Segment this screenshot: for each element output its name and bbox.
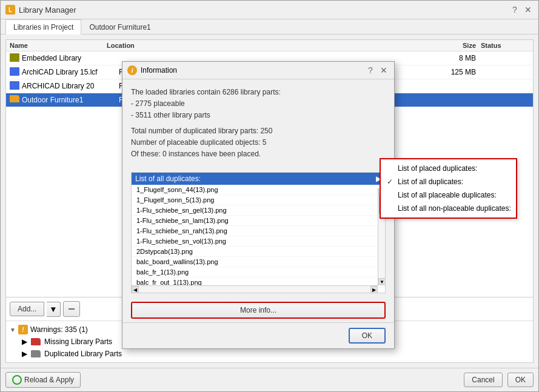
dialog-body: The loaded libraries contain 6286 librar… [122, 79, 394, 167]
list-item[interactable]: 1-Flu_schiebe_sn_gel(13).png [132, 205, 385, 216]
warning-icon: ! [18, 325, 28, 334]
h-scrollbar-track [139, 286, 370, 293]
scroll-right-arrow[interactable]: ▶ [370, 286, 378, 293]
add-button[interactable]: Add... [10, 302, 44, 316]
scroll-left-arrow[interactable]: ◀ [132, 286, 139, 293]
col-header-location: Location [107, 42, 438, 49]
remove-library-button[interactable] [63, 301, 80, 317]
list-item[interactable]: 1-Flu_schiebe_sn_lam(13).png [132, 216, 385, 226]
dialog-title-left: i Information [127, 65, 177, 75]
duplicated-label: Duplicated Library Parts [44, 350, 122, 358]
col-header-size: Size [438, 42, 481, 49]
col-header-name: Name [10, 42, 107, 49]
delete-icon [68, 305, 75, 313]
dropdown-popup: List of placed duplicates: ✓ List of all… [380, 158, 517, 219]
dialog-help-button[interactable]: ? [365, 65, 376, 76]
dropdown-item-placeable[interactable]: List of all placeable duplicates: [381, 188, 516, 202]
list-item[interactable]: balc_fr_1(13).png [132, 267, 385, 277]
dropdown-item-non-placeable[interactable]: List of all non-placeable duplicates: [381, 202, 516, 215]
list-item[interactable]: 1-Flu_schiebe_sn_vol(13).png [132, 236, 385, 247]
library-name-embedded: Embedded Library [22, 54, 119, 62]
bottom-bar: Reload & Apply Cancel OK [1, 368, 538, 391]
expand-icon: ▶ [22, 337, 27, 346]
dropdown-label-all: List of all duplicates: [398, 178, 463, 186]
help-button[interactable]: ? [509, 4, 520, 15]
more-info-row: More info... [122, 298, 394, 322]
dialog-close-button[interactable]: ✕ [378, 65, 389, 76]
dropdown-label-placed: List of placed duplicates: [398, 164, 477, 173]
library-name-archicad20: ARCHICAD Library 20 [22, 82, 119, 90]
dialog-line1: The loaded libraries contain 6286 librar… [131, 87, 386, 98]
archicad-library-icon [10, 67, 19, 77]
close-button[interactable]: ✕ [523, 4, 534, 15]
dialog-list-section: List of all duplicates: ▶ 1_Flugelf_sonn… [122, 172, 394, 293]
ok-button[interactable]: OK [507, 373, 534, 387]
dialog-list-header[interactable]: List of all duplicates: ▶ [132, 173, 385, 185]
horizontal-scrollbar[interactable]: ◀ ▶ [132, 285, 378, 293]
dialog-list-container: List of all duplicates: ▶ 1_Flugelf_sonn… [131, 172, 386, 293]
dialog-line7: Of these: 0 instances have been placed. [131, 148, 386, 160]
expand-icon-dup: ▶ [22, 350, 27, 358]
title-bar-controls: ? ✕ [509, 4, 534, 15]
library-name-archicad15: ArchiCAD Library 15.lcf [22, 68, 119, 76]
title-bar: L Library Manager ? ✕ [1, 1, 538, 19]
library-name-outdoor: Outdoor Furniture1 [22, 96, 119, 104]
reload-apply-label: Reload & Apply [24, 376, 74, 384]
reload-apply-button[interactable]: Reload & Apply [5, 372, 81, 388]
list-item[interactable]: balc_board_wallins(13).png [132, 257, 385, 267]
archicad20-library-icon [10, 81, 19, 91]
reload-icon [12, 375, 22, 385]
scroll-down-arrow[interactable]: ▼ [378, 278, 386, 285]
warnings-label: Warnings: 335 (1) [30, 325, 88, 334]
embedded-library-icon [10, 53, 19, 63]
warnings-toggle: ▼ [10, 327, 16, 333]
check-icon-all: ✓ [386, 178, 394, 186]
window-title: Library Manager [19, 5, 76, 15]
dialog-title: Information [141, 66, 177, 75]
dropdown-label-non-placeable: List of all non-placeable duplicates: [398, 204, 511, 213]
more-info-button[interactable]: More info... [131, 302, 386, 319]
missing-parts-icon [31, 338, 41, 345]
list-item[interactable]: 1-Flu_schiebe_sn_rah(13).png [132, 226, 385, 236]
dialog-line3: - 3511 other library parts [131, 110, 386, 121]
list-item[interactable]: 1_Flugelf_sonn_5(13).png [132, 195, 385, 205]
information-dialog: i Information ? ✕ The loaded libraries c… [122, 61, 395, 349]
tab-libraries-in-project[interactable]: Libraries in Project [5, 19, 81, 35]
dialog-line6: Number of placeable duplicated objects: … [131, 137, 386, 148]
add-dropdown-button[interactable]: ▼ [47, 302, 60, 317]
list-item[interactable]: 2Dstypcab(13).png [132, 247, 385, 257]
list-header-label: List of all duplicates: [135, 174, 201, 183]
tab-outdoor-furniture[interactable]: Outdoor Furniture1 [81, 19, 158, 35]
library-size-archicad15: 125 MB [438, 68, 481, 76]
outdoor-furniture-icon [10, 95, 19, 105]
svg-rect-0 [69, 308, 75, 310]
dropdown-item-all[interactable]: ✓ List of all duplicates: [381, 175, 516, 188]
table-header: Name Location Size Status [6, 40, 533, 51]
duplicated-library-parts-item[interactable]: ▶ Duplicated Library Parts [10, 348, 529, 360]
dialog-footer: OK [122, 322, 394, 348]
dropdown-label-placeable: List of all placeable duplicates: [398, 191, 497, 199]
list-item[interactable]: 1_Flugelf_sonn_44(13).png [132, 185, 385, 195]
info-icon: i [127, 65, 137, 75]
dialog-title-controls: ? ✕ [365, 65, 389, 76]
cancel-button[interactable]: Cancel [464, 373, 502, 387]
dialog-list-items[interactable]: 1_Flugelf_sonn_44(13).png 1_Flugelf_sonn… [132, 185, 385, 289]
library-size-embedded: 8 MB [438, 54, 481, 62]
dialog-line2: - 2775 placeable [131, 98, 386, 110]
col-header-status: Status [481, 42, 529, 49]
dropdown-item-placed[interactable]: List of placed duplicates: [381, 162, 516, 175]
app-icon: L [5, 5, 15, 15]
dialog-line5: Total number of duplicated library parts… [131, 125, 386, 137]
tab-bar: Libraries in Project Outdoor Furniture1 [1, 19, 538, 35]
dialog-ok-button[interactable]: OK [349, 328, 386, 344]
duplicated-parts-icon [31, 350, 41, 357]
library-manager-window: L Library Manager ? ✕ Libraries in Proje… [0, 0, 539, 392]
dialog-title-bar: i Information ? ✕ [122, 62, 394, 79]
missing-label: Missing Library Parts [44, 337, 112, 346]
title-bar-left: L Library Manager [5, 5, 76, 15]
